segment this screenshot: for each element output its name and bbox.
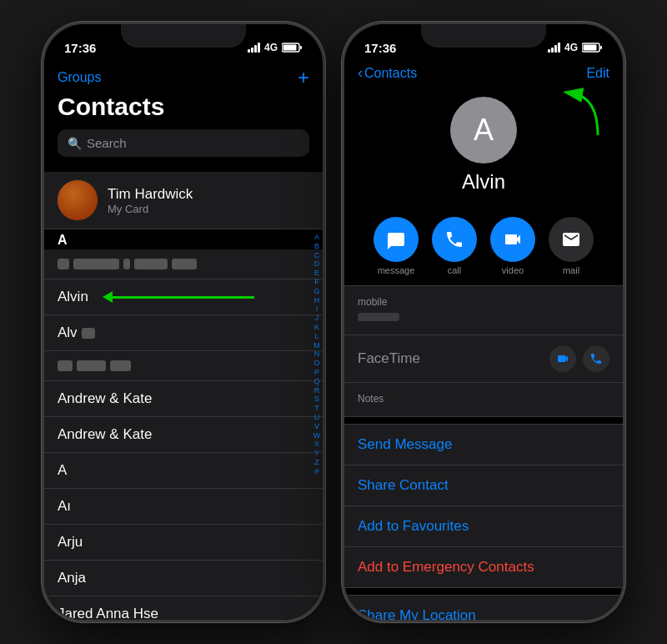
search-bar[interactable]: 🔍 Search [58,129,309,157]
mobile-value-placeholder [358,313,399,321]
contact-name: Andrew & Kate [58,390,152,407]
right-battery-icon [582,43,603,53]
facetime-video-button[interactable] [549,345,576,372]
alphabet-index: A B C D E F G H I J K L M N O [311,229,323,620]
my-card-avatar [58,180,98,220]
contacts-list: A Alvin [44,229,323,620]
notes-row[interactable]: Notes [344,383,623,416]
svg-rect-5 [584,45,597,51]
contact-name: Aı [58,498,71,515]
mail-label: mail [563,265,579,275]
video-icon [503,229,523,249]
add-contact-button[interactable]: + [298,66,309,89]
detail-screen: 17:36 4G [344,24,623,620]
contact-row[interactable]: Aı [44,489,323,525]
green-arrow-up-container [548,81,606,143]
search-icon: 🔍 [68,137,82,150]
alvin-contact-name: Alvin [58,289,88,305]
message-circle [374,217,419,262]
contact-row[interactable] [44,351,323,381]
mail-action[interactable]: mail [549,217,594,275]
back-button[interactable]: ‹ Contacts [358,64,417,82]
action-list: Send Message Share Contact Add to Favour… [344,424,623,588]
facetime-icons [549,345,609,372]
message-action[interactable]: message [374,217,419,275]
contact-row[interactable]: Andrew & Kate [44,417,323,453]
contact-full-name: Alvin [462,170,505,194]
share-contact-item[interactable]: Share Contact [344,465,623,506]
contact-row[interactable]: Jared Anna Hse [44,596,323,620]
facetime-audio-button[interactable] [583,345,609,372]
signal-bars [248,43,260,53]
left-status-bar: 17:36 4G [44,24,323,61]
facetime-label: FaceTime [358,350,420,367]
contact-name: Alv [58,325,95,341]
contact-row[interactable] [44,249,323,279]
search-placeholder-text: Search [87,136,127,150]
add-favourites-item[interactable]: Add to Favourites [344,506,623,547]
call-label: call [448,265,462,275]
contact-name: A [58,462,67,479]
my-card-row[interactable]: Tim Hardwick My Card [44,172,323,229]
alvin-contact-row[interactable]: Alvin [44,279,323,315]
call-action[interactable]: call [432,217,477,275]
right-time: 17:36 [364,41,396,55]
contact-name: Anja [58,570,86,586]
green-arrow-left [103,291,254,303]
share-location-item[interactable]: Share My Location [344,595,623,620]
right-phone: 17:36 4G [342,22,625,622]
mobile-label: mobile [358,296,609,308]
add-emergency-item[interactable]: Add to Emergency Contacts [344,547,623,587]
contact-row[interactable]: Andrew & Kate [44,381,323,417]
message-label: message [378,265,415,275]
facetime-audio-icon [589,352,603,365]
network-label: 4G [264,42,278,53]
right-network-label: 4G [564,42,578,53]
notes-label: Notes [358,393,609,405]
svg-rect-2 [283,45,297,51]
mail-circle [549,217,594,262]
left-screen: 17:36 4G [44,24,323,620]
call-icon [444,229,464,249]
contact-row[interactable]: Arju [44,525,323,561]
contacts-screen: 17:36 4G [44,24,323,620]
section-header-a: A [44,229,323,249]
my-card-name: Tim Hardwick [108,186,193,203]
contacts-top-row: Groups + [58,66,309,89]
contacts-title: Contacts [58,93,309,121]
video-action[interactable]: video [490,217,535,275]
info-section: mobile FaceTime [344,285,623,417]
green-arrow-up-icon [548,81,606,139]
phones-container: 17:36 4G [42,22,625,622]
left-time: 17:36 [64,41,96,55]
my-card-label: My Card [108,203,193,215]
groups-button[interactable]: Groups [58,70,101,85]
mobile-row[interactable]: mobile [344,286,623,335]
facetime-row[interactable]: FaceTime [344,335,623,383]
back-label: Contacts [364,66,417,81]
contact-row[interactable]: Alv [44,315,323,351]
edit-button[interactable]: Edit [586,66,609,81]
contact-name: Arju [58,534,83,551]
send-message-item[interactable]: Send Message [344,425,623,465]
left-phone: 17:36 4G [42,22,325,622]
contact-name [58,259,197,269]
right-status-bar: 17:36 4G [344,24,623,61]
video-circle [490,217,535,262]
contact-name: Andrew & Kate [58,426,152,443]
action-buttons-row: message call [344,207,623,285]
contacts-header: Groups + Contacts 🔍 Search [44,61,323,172]
battery-icon [282,43,303,53]
right-status-icons: 4G [548,42,603,53]
avatar-letter: A [474,113,494,148]
contact-row[interactable]: A [44,453,323,489]
my-card-info: Tim Hardwick My Card [108,186,193,215]
call-circle [432,217,477,262]
contact-name: Jared Anna Hse [58,606,158,620]
video-label: video [502,265,524,275]
mail-icon [561,229,581,249]
back-chevron-icon: ‹ [358,64,363,82]
facetime-video-icon [556,352,569,365]
contact-row[interactable]: Anja [44,561,323,596]
right-screen: 17:36 4G [344,24,623,620]
